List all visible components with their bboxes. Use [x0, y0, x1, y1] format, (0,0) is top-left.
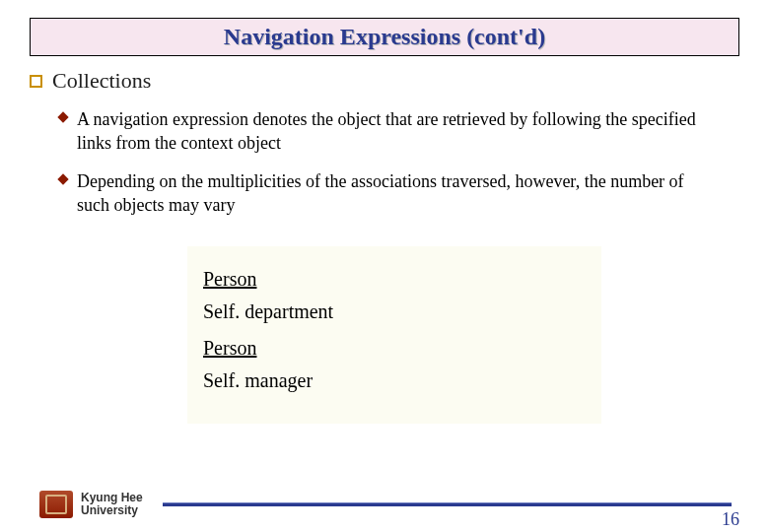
bullet-text: A navigation expression denotes the obje… — [77, 109, 696, 153]
code-expression: Self. department — [203, 300, 586, 323]
bullet-text: Depending on the multiplicities of the a… — [77, 171, 684, 215]
diamond-bullet-icon — [57, 173, 68, 184]
footer-divider — [163, 502, 732, 506]
section-heading: Collections — [30, 68, 769, 94]
diamond-bullet-icon — [57, 111, 68, 122]
page-number: 16 — [722, 509, 739, 530]
code-context: Person — [203, 337, 586, 360]
bullet-item: Depending on the multiplicities of the a… — [77, 169, 710, 218]
bullet-item: A navigation expression denotes the obje… — [77, 107, 710, 156]
university-name: Kyung Hee University — [81, 492, 143, 517]
slide-footer: Kyung Hee University — [39, 491, 739, 518]
code-example-box: Person Self. department Person Self. man… — [187, 246, 601, 424]
square-bullet-icon — [30, 75, 42, 88]
university-logo-icon — [39, 491, 73, 518]
slide-title: Navigation Expressions (cont'd) — [224, 24, 545, 49]
code-context: Person — [203, 268, 586, 291]
slide-title-bar: Navigation Expressions (cont'd) — [30, 18, 739, 56]
heading-text: Collections — [52, 68, 151, 94]
code-expression: Self. manager — [203, 369, 586, 392]
university-line2: University — [81, 504, 143, 517]
